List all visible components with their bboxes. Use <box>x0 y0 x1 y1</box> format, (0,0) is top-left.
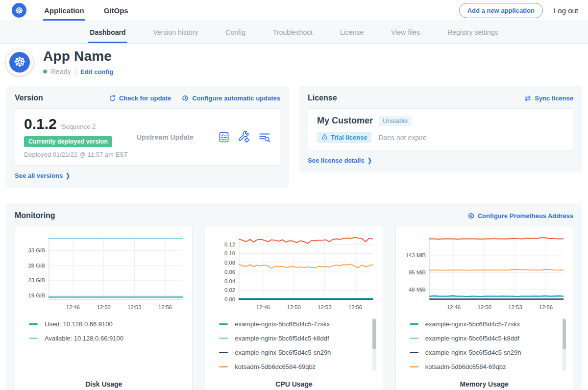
version-number: 0.1.2 <box>24 116 57 132</box>
version-source: Upstream Update <box>137 133 218 141</box>
svg-text:48 MiB: 48 MiB <box>409 287 426 292</box>
svg-text:33 GiB: 33 GiB <box>28 247 45 253</box>
sync-arrows-icon <box>524 95 532 102</box>
memory-usage-chart-card: 143 MiB95 MiB48 MiB12:4612:5012:5312:56 … <box>395 226 573 390</box>
svg-text:12:53: 12:53 <box>127 304 141 310</box>
trial-license-label: Trial license <box>331 134 367 141</box>
legend-item: kotsadm-5db6dc6584-69qbz <box>219 360 365 374</box>
refresh-icon <box>109 95 116 102</box>
legend-item: example-nginx-5bc6f5d4c5-sn29h <box>410 345 555 360</box>
subtab-troubleshoot[interactable]: Troubleshoot <box>273 21 313 43</box>
legend-item: example-nginx-5bc6f5d4c5-sn29h <box>219 345 365 360</box>
gear-icon <box>467 212 475 219</box>
legend-swatch-icon <box>219 338 228 339</box>
monitoring-panel: Monitoring Configure Prometheus Address … <box>6 203 582 390</box>
legend-swatch-icon <box>219 366 228 367</box>
ready-status-dot <box>43 70 47 73</box>
legend-item: kotsadm-5db6dc6584-69qbz <box>410 360 555 374</box>
svg-text:12:56: 12:56 <box>539 304 553 310</box>
config-wrench-icon[interactable] <box>238 131 250 144</box>
chart-title: Disk Usage <box>22 380 185 390</box>
see-license-details-link[interactable]: See license details ❯ <box>308 157 372 164</box>
subtab-config[interactable]: Config <box>225 21 245 43</box>
svg-text:0.04: 0.04 <box>224 278 235 284</box>
legend-swatch-icon <box>29 323 38 325</box>
legend-label: example-nginx-5bc6f5d4c5-sn29h <box>425 349 521 356</box>
deployed-timestamp: Deployed 01/21/22 @ 11:57 am EST <box>24 151 137 158</box>
cpu-usage-chart-card: 0.120.100.080.060.040.020.0012:4612:5012… <box>205 226 383 390</box>
legend-label: example-nginx-5bc6f5d4c5-k8ddf <box>235 335 329 342</box>
chevron-right-icon: ❯ <box>368 157 372 164</box>
legend-item: example-nginx-5bc6f5d4c5-7zskx <box>219 317 365 331</box>
svg-text:12:56: 12:56 <box>158 304 172 310</box>
configure-prometheus-button[interactable]: Configure Prometheus Address <box>467 212 573 219</box>
legend-item: example-nginx-5bc6f5d4c5-7zskx <box>410 317 555 331</box>
logout-button[interactable]: Log out <box>554 6 578 15</box>
license-expiry: Does not expire <box>378 134 426 142</box>
check-for-update-label: Check for update <box>119 95 171 102</box>
configure-automatic-updates-button[interactable]: Configure automatic updates <box>182 95 280 102</box>
legend-swatch-icon <box>410 323 418 325</box>
disk-usage-legend: Used: 10.128.0.66:9100Available: 10.128.… <box>22 317 185 345</box>
legend-item: Used: 10.128.0.66:9100 <box>29 317 174 331</box>
legend-label: example-nginx-5bc6f5d4c5-7zskx <box>425 320 520 328</box>
subtab-registry-settings[interactable]: Registry settings <box>447 21 498 43</box>
tab-application[interactable]: Application <box>43 0 85 21</box>
tab-gitops[interactable]: GitOps <box>103 0 129 21</box>
sync-license-button[interactable]: Sync license <box>524 95 573 102</box>
app-avatar: ☸ <box>6 49 33 76</box>
memory-usage-chart: 143 MiB95 MiB48 MiB12:4612:5012:5312:56 <box>403 232 566 314</box>
svg-text:12:50: 12:50 <box>97 304 111 310</box>
sync-license-label: Sync license <box>535 95 573 102</box>
edit-config-link[interactable]: Edit config <box>80 68 113 75</box>
see-all-versions-link[interactable]: See all versions ❯ <box>15 172 71 179</box>
configure-automatic-updates-label: Configure automatic updates <box>192 95 280 102</box>
configure-prometheus-label: Configure Prometheus Address <box>478 212 573 219</box>
deployed-badge: Currently deployed version <box>24 136 112 147</box>
monitoring-heading: Monitoring <box>15 211 55 220</box>
customer-name: My Customer <box>317 116 373 126</box>
legend-label: Available: 10.128.0.66:9100 <box>45 335 123 342</box>
subtab-dashboard[interactable]: Dashboard <box>90 21 125 43</box>
license-panel: License Sync license My Customer Unstabl… <box>299 86 582 172</box>
legend-swatch-icon <box>410 338 418 339</box>
version-heading: Version <box>15 94 43 102</box>
legend-label: example-nginx-5bc6f5d4c5-sn29h <box>235 349 331 356</box>
legend-scrollbar[interactable] <box>563 318 566 371</box>
release-notes-icon[interactable] <box>218 131 230 143</box>
app-sub-nav: Dashboard Version history Config Trouble… <box>0 21 588 44</box>
subtab-license[interactable]: License <box>340 21 364 43</box>
svg-text:0.12: 0.12 <box>224 242 235 247</box>
svg-text:12:46: 12:46 <box>66 304 80 310</box>
page-title: App Name <box>43 49 113 64</box>
legend-swatch-icon <box>410 352 418 353</box>
svg-text:28 GiB: 28 GiB <box>28 263 45 268</box>
svg-text:23 GiB: 23 GiB <box>28 277 45 283</box>
cpu-usage-legend: example-nginx-5bc6f5d4c5-7zskxexample-ng… <box>212 317 375 374</box>
legend-scrollbar[interactable] <box>372 318 376 371</box>
stopwatch-icon <box>321 134 328 141</box>
scrollbar-thumb[interactable] <box>563 319 566 349</box>
chart-title: CPU Usage <box>212 380 375 390</box>
legend-item: example-nginx-5bc6f5d4c5-k8ddf <box>410 331 555 345</box>
subtab-view-files[interactable]: View files <box>391 21 420 43</box>
legend-swatch-icon <box>219 352 228 353</box>
svg-text:95 MiB: 95 MiB <box>409 269 426 275</box>
legend-label: kotsadm-5db6dc6584-69qbz <box>235 363 316 370</box>
svg-text:12:56: 12:56 <box>348 304 362 310</box>
svg-text:143 MiB: 143 MiB <box>405 252 425 258</box>
svg-text:0.00: 0.00 <box>224 296 235 302</box>
legend-swatch-icon <box>219 323 228 325</box>
legend-item: example-nginx-5bc6f5d4c5-k8ddf <box>219 331 365 345</box>
see-all-versions-label: See all versions <box>15 172 63 179</box>
disk-usage-chart-card: 33 GiB28 GiB23 GiB19 GiB12:4612:5012:531… <box>15 226 193 390</box>
add-application-button[interactable]: Add a new application <box>459 3 543 18</box>
subtab-version-history[interactable]: Version history <box>153 21 198 43</box>
check-for-update-button[interactable]: Check for update <box>109 95 171 102</box>
scrollbar-thumb[interactable] <box>372 319 376 349</box>
svg-text:0.08: 0.08 <box>224 260 235 266</box>
app-logo[interactable]: ☸ <box>12 0 26 21</box>
svg-text:12:53: 12:53 <box>318 304 332 310</box>
app-header: ☸ App Name Ready | Edit config <box>0 44 588 82</box>
deploy-logs-icon[interactable] <box>258 131 271 144</box>
